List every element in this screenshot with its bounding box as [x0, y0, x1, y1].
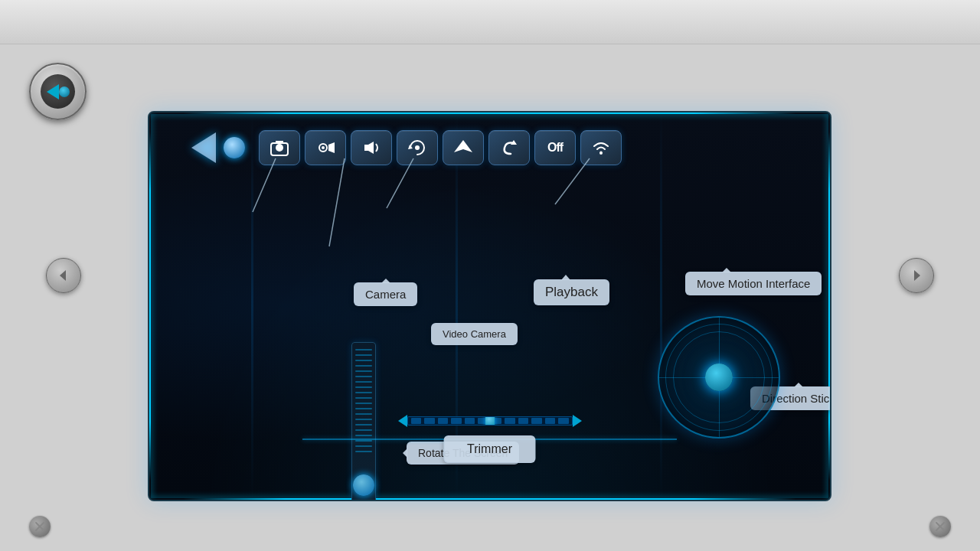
prev-arrow-icon — [60, 270, 66, 281]
trimmer-mark — [424, 418, 435, 424]
motion-label: Move Motion Interface — [685, 272, 822, 295]
trimmer-mark — [531, 418, 542, 424]
trimmer-mark — [558, 418, 569, 424]
slider-line — [355, 445, 372, 447]
trimmer-mark — [518, 418, 529, 424]
vertical-slider-track — [351, 342, 376, 501]
svg-marker-4 — [328, 142, 335, 153]
svg-point-9 — [599, 152, 603, 155]
horizontal-trimmer[interactable] — [398, 412, 582, 429]
slider-line — [355, 451, 372, 452]
slider-line — [355, 365, 372, 367]
nav-prev-button[interactable] — [46, 258, 81, 293]
return-icon — [498, 137, 520, 158]
corner-screw-br — [929, 516, 951, 537]
trimmer-mark — [411, 418, 422, 424]
trimmer-mark — [505, 418, 515, 424]
next-arrow-icon — [914, 270, 920, 281]
svg-point-3 — [322, 146, 325, 149]
trimmer-mark — [438, 418, 449, 424]
nav-next-button[interactable] — [899, 258, 934, 293]
toolbar-fly-button[interactable] — [443, 130, 484, 165]
wifi-icon — [590, 137, 612, 158]
video-camera-icon — [315, 137, 336, 158]
svg-point-7 — [415, 145, 420, 150]
panel-inner: Off Camera — [149, 112, 830, 500]
main-display-panel: Off Camera — [148, 111, 831, 501]
slider-line — [355, 381, 372, 383]
vertical-slider-thumb[interactable] — [353, 474, 374, 496]
toolbar-return-button[interactable] — [488, 130, 530, 165]
slider-line — [355, 408, 372, 409]
tron-border-left — [149, 112, 151, 500]
trimmer-arrow-right — [573, 415, 582, 427]
slider-line — [355, 392, 372, 393]
toolbar-off-button[interactable]: Off — [534, 130, 576, 165]
toolbar-videocamera-button[interactable] — [305, 130, 346, 165]
rotate-icon — [407, 137, 428, 158]
corner-screw-bl — [29, 516, 51, 537]
bg-glow-3 — [660, 112, 662, 500]
joystick-container[interactable] — [658, 316, 780, 439]
playback-label: Playback — [534, 279, 609, 305]
slider-lines — [355, 349, 372, 479]
toolbar-sound-button[interactable] — [351, 130, 392, 165]
toolbar-wifi-button[interactable] — [580, 130, 622, 165]
trimmer-thumb[interactable] — [485, 416, 495, 425]
svg-point-0 — [276, 144, 283, 152]
slider-line — [355, 349, 372, 350]
joystick-center-knob[interactable] — [705, 364, 733, 391]
back-button-inner — [41, 74, 75, 109]
toolbar-arrow-group — [191, 132, 248, 163]
toolbar-circle — [224, 137, 245, 158]
trimmer-mark — [451, 418, 462, 424]
slider-line — [355, 424, 372, 425]
toolbar-rotate-button[interactable] — [397, 130, 438, 165]
svg-marker-5 — [364, 142, 374, 154]
slider-line — [355, 376, 372, 377]
slider-line — [355, 435, 372, 436]
off-label: Off — [547, 141, 563, 155]
slider-line — [355, 429, 372, 431]
camera-label: Camera — [354, 282, 417, 306]
toolbar-left-arrow — [191, 132, 216, 163]
slider-line — [355, 403, 372, 404]
camera-icon — [269, 137, 290, 158]
trimmer-mark — [465, 418, 475, 424]
svg-line-11 — [329, 158, 345, 246]
fly-icon — [452, 137, 474, 158]
slider-line — [355, 397, 372, 399]
tron-border-right — [828, 112, 830, 500]
slider-line — [355, 370, 372, 372]
trimmer-mark — [545, 418, 556, 424]
trimmer-label: Trimmer — [443, 435, 536, 463]
sound-icon — [361, 137, 382, 158]
slider-line — [355, 419, 372, 420]
toolbar: Off — [191, 126, 807, 168]
toolbar-camera-button[interactable] — [259, 130, 300, 165]
slider-line — [355, 386, 372, 388]
vertical-slider[interactable] — [348, 342, 379, 501]
slider-line — [355, 354, 372, 356]
slider-line — [355, 440, 372, 442]
trimmer-track — [407, 416, 573, 425]
trimmer-arrow-left — [398, 415, 407, 427]
back-button[interactable] — [29, 63, 87, 120]
slider-line — [355, 360, 372, 361]
video-camera-label: Video Camera — [431, 323, 518, 345]
bg-glow-1 — [251, 112, 253, 500]
slider-line — [355, 413, 372, 415]
joystick-outer-ring — [658, 316, 780, 439]
top-bar — [0, 0, 980, 44]
